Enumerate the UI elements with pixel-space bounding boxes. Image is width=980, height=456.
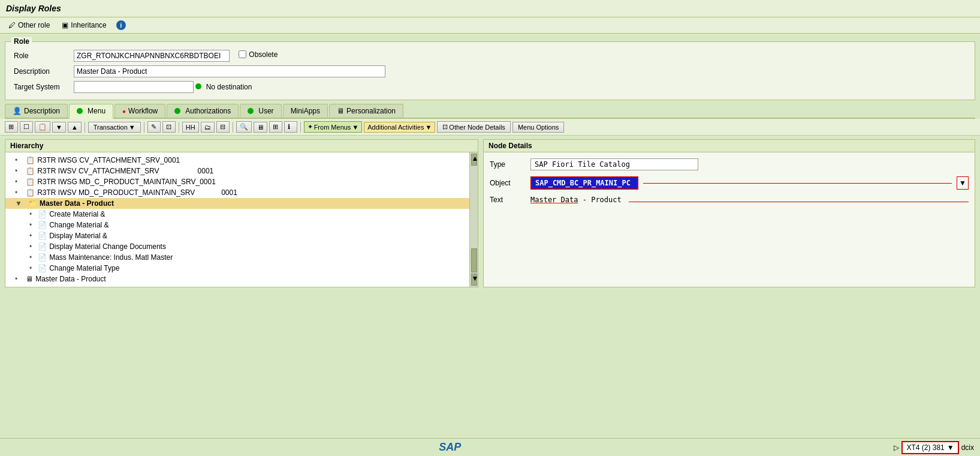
list-item[interactable]: • 📋 R3TR IWSG CV_ATTACHMENT_SRV_0001: [5, 155, 469, 166]
list-item[interactable]: • 📋 R3TR IWSV CV_ATTACHMENT_SRV 0001: [5, 166, 469, 176]
target-system-input[interactable]: [74, 81, 194, 93]
hg-btn[interactable]: 🗂: [201, 122, 215, 133]
search-btn[interactable]: 🔍: [236, 121, 252, 133]
bullet-icon: •: [29, 253, 32, 262]
miniapps-tab-label: MiniApps: [291, 107, 320, 115]
list-item[interactable]: • 📄 Display Material Change Documents: [5, 241, 469, 252]
other-role-button[interactable]: 🖊 Other role: [6, 20, 52, 31]
from-menus-dropdown: ▼: [352, 124, 358, 131]
text-underline: [629, 202, 969, 202]
description-tab-label: Description: [24, 107, 60, 115]
hier-item-text: Change Material Type: [49, 264, 119, 272]
bullet-icon: •: [29, 264, 32, 272]
object-value[interactable]: SAP_CMD_BC_PR_MAINI_PC: [530, 176, 638, 190]
other-node-icon: ⊡: [442, 123, 448, 131]
dropdown-btn[interactable]: ▼: [52, 122, 66, 133]
hier-item-text: Change Material &: [49, 221, 108, 229]
list-item[interactable]: • 📄 Display Material &: [5, 230, 469, 241]
info-btn[interactable]: ℹ: [284, 121, 297, 133]
list-item[interactable]: • 📄 Mass Maintenance: Indus. Matl Master: [5, 252, 469, 263]
user-tab-icon: [248, 108, 254, 114]
page-icon: 📋: [26, 156, 35, 164]
tx-icon: 📄: [38, 264, 47, 272]
grid2-btn[interactable]: ⊞: [269, 121, 282, 133]
tab-miniapps[interactable]: MiniApps: [283, 104, 328, 118]
info-icon[interactable]: i: [116, 20, 126, 30]
list-item-selected[interactable]: ▼ 📁 Master Data - Product: [5, 198, 469, 209]
bullet-icon: •: [15, 167, 17, 175]
other-node-details-btn[interactable]: ⊡ Other Node Details: [437, 121, 511, 133]
scrollbar-thumb[interactable]: [471, 248, 477, 272]
hier-item-text: R3TR IWSV MD_C_PRODUCT_MAINTAIN_SRV: [37, 188, 195, 197]
list-item[interactable]: • 📄 Create Material &: [5, 209, 469, 220]
tab-personalization[interactable]: 🖥 Personalization: [329, 104, 403, 118]
tab-description[interactable]: 👤 Description: [5, 104, 68, 118]
tab-user[interactable]: User: [240, 104, 281, 118]
bullet-icon: •: [15, 156, 17, 164]
list-item[interactable]: • 📄 Change Material &: [5, 220, 469, 230]
authorizations-tab-icon: [174, 108, 180, 114]
he-btn[interactable]: ⊟: [216, 121, 230, 133]
list-item[interactable]: • 📋 R3TR IWSV MD_C_PRODUCT_MAINTAIN_SRV …: [5, 187, 469, 198]
workflow-tab-label: Workflow: [128, 107, 158, 115]
bullet-icon: •: [15, 188, 17, 197]
edit2-btn[interactable]: ⊡: [162, 121, 176, 133]
target-system-label: Target System: [11, 79, 71, 95]
menu-options-btn[interactable]: Menu Options: [512, 122, 564, 133]
type-value: SAP Fiori Tile Catalog: [530, 158, 698, 170]
transaction-label: Transaction: [94, 124, 128, 131]
transaction-dropdown-icon: ▼: [129, 124, 135, 131]
from-menus-icon: ✦: [307, 123, 313, 131]
role-label: Role: [11, 48, 71, 64]
additional-activities-dropdown: ▼: [425, 124, 432, 131]
authorizations-tab-label: Authorizations: [185, 107, 231, 115]
list-item[interactable]: • 📄 Change Material Type: [5, 263, 469, 274]
list-item[interactable]: • 📋 R3TR IWSG MD_C_PRODUCT_MAINTAIN_SRV_…: [5, 176, 469, 187]
additional-activities-label: Additional Activities: [367, 124, 424, 131]
hier-item-text: R3TR IWSG CV_ATTACHMENT_SRV_0001: [37, 156, 180, 164]
text-plain-part: - Product: [583, 196, 622, 204]
hierarchy-content[interactable]: • 📋 R3TR IWSG CV_ATTACHMENT_SRV_0001 • 📋…: [5, 152, 469, 287]
object-row: Object SAP_CMD_BC_PR_MAINI_PC ▼: [490, 176, 969, 190]
doc-btn[interactable]: 📋: [35, 121, 50, 133]
hier-item-text: Mass Maintenance: Indus. Matl Master: [49, 253, 173, 262]
from-menus-label: From Menus: [314, 124, 351, 131]
tabs-row: 👤 Description Menu ● Workflow Authorizat…: [5, 104, 975, 119]
tx-icon: 📄: [38, 210, 47, 218]
action-toolbar: ⊞ ☐ 📋 ▼ ▲ Transaction ▼ ✎ ⊡ HH 🗂 ⊟ 🔍 🖥 ⊞…: [0, 119, 980, 136]
tab-authorizations[interactable]: Authorizations: [167, 104, 239, 118]
scrollbar-down[interactable]: ▼: [471, 274, 477, 286]
inheritance-button[interactable]: ▣ Inheritance: [59, 20, 108, 31]
text-underlined-part: Master Data: [530, 196, 578, 204]
obsolete-checkbox[interactable]: [239, 50, 246, 58]
grid-btn[interactable]: ⊞: [5, 121, 18, 133]
other-node-details-label: Other Node Details: [449, 124, 505, 131]
object-underline: [643, 182, 952, 184]
hierarchy-panel: Hierarchy • 📋 R3TR IWSG CV_ATTACHMENT_SR…: [5, 139, 478, 287]
tx-icon: 📄: [38, 232, 47, 240]
role-table: Role Obsolete Description Target System …: [11, 48, 969, 95]
screen-btn[interactable]: 🖥: [254, 122, 267, 133]
edit-btn[interactable]: ✎: [147, 121, 161, 133]
tab-workflow[interactable]: ● Workflow: [114, 104, 165, 118]
inheritance-icon: ▣: [62, 21, 68, 29]
type-label: Type: [490, 160, 526, 169]
role-input[interactable]: [74, 50, 230, 62]
transaction-btn[interactable]: Transaction ▼: [88, 122, 141, 133]
other-role-icon: 🖊: [8, 21, 16, 29]
description-input[interactable]: [74, 65, 385, 77]
additional-activities-btn[interactable]: Additional Activities ▼: [364, 122, 435, 133]
folder-icon: 📁: [28, 199, 37, 208]
hier-item-text: R3TR IWSV CV_ATTACHMENT_SRV: [37, 167, 159, 175]
list-item[interactable]: • 🖥 Master Data - Product: [5, 274, 469, 284]
object-search-btn[interactable]: ▼: [957, 176, 969, 190]
hh-btn[interactable]: HH: [182, 122, 199, 133]
no-destination-label: No destination: [206, 83, 252, 91]
square-btn[interactable]: ☐: [20, 121, 33, 133]
personalization-tab-icon: 🖥: [337, 107, 344, 115]
scrollbar-up[interactable]: ▲: [471, 154, 477, 166]
green-dot-icon: [195, 83, 201, 89]
tab-menu[interactable]: Menu: [69, 104, 113, 119]
from-menus-btn[interactable]: ✦ From Menus ▼: [304, 121, 363, 133]
up-btn[interactable]: ▲: [68, 122, 82, 133]
